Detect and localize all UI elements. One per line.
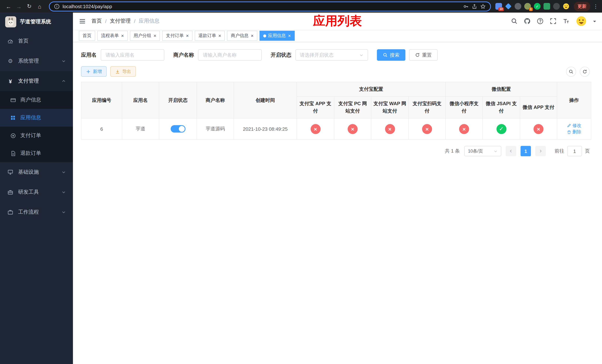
- sidebar-item-label: 首页: [18, 38, 29, 44]
- tab-refund-orders[interactable]: 退款订单 ×: [195, 31, 225, 41]
- sidebar-item-payment[interactable]: ¥ 支付管理: [0, 71, 73, 91]
- extension-book-icon[interactable]: [544, 3, 550, 10]
- sidebar-fold-icon[interactable]: [79, 18, 86, 25]
- chevron-down-icon: [494, 149, 498, 153]
- tab-close-icon[interactable]: ×: [121, 33, 124, 38]
- tab-close-icon[interactable]: ×: [186, 33, 189, 38]
- tab-close-icon[interactable]: ×: [251, 33, 254, 38]
- tab-close-icon[interactable]: ×: [288, 33, 291, 38]
- edit-link[interactable]: 修改: [567, 123, 581, 129]
- breadcrumb-current: 应用信息: [139, 18, 160, 24]
- page-size-select[interactable]: 10条/页: [464, 146, 501, 156]
- home-button[interactable]: ⌂: [35, 1, 44, 11]
- sidebar-item-infrastructure[interactable]: 基础设施: [0, 162, 73, 182]
- fullscreen-icon[interactable]: [550, 18, 557, 24]
- search-button[interactable]: 搜索: [377, 49, 405, 61]
- reload-button[interactable]: ↻: [24, 1, 34, 11]
- sidebar-item-refund-orders[interactable]: 退款订单: [0, 144, 73, 162]
- bookmark-star-icon[interactable]: [480, 3, 486, 9]
- extension-puzzle-icon[interactable]: [553, 3, 560, 10]
- tab-merchant-info[interactable]: 商户信息 ×: [227, 31, 257, 41]
- breadcrumb-payment[interactable]: 支付管理: [110, 18, 131, 24]
- search-icon[interactable]: [511, 18, 517, 24]
- extension-check-icon[interactable]: ✓: [534, 3, 540, 10]
- next-page-button[interactable]: [535, 146, 546, 156]
- app-table: 应用编号 应用名 开启状态 商户名称 创建时间 支付宝配置 微信配置 操作 支付…: [81, 82, 591, 140]
- col-header-created: 创建时间: [234, 82, 297, 118]
- plus-icon: [86, 69, 91, 74]
- app-name-input[interactable]: [101, 49, 164, 61]
- browser-menu-icon[interactable]: ⋮: [593, 3, 598, 9]
- sub-header-alipay-wap: 支付宝 WAP 网站支付: [371, 96, 408, 118]
- page-number-button[interactable]: 1: [521, 146, 531, 156]
- active-tab-dot: [263, 34, 266, 37]
- tab-close-icon[interactable]: ×: [153, 33, 156, 38]
- sub-header-alipay-app: 支付宝 APP 支付: [297, 96, 334, 118]
- extension-blocks-icon[interactable]: 10: [495, 3, 502, 10]
- sidebar-item-home[interactable]: 首页: [0, 31, 73, 51]
- tab-label: 支付订单: [166, 32, 184, 39]
- extension-avatar-icon[interactable]: 1: [524, 3, 531, 10]
- reset-button[interactable]: 重置: [409, 49, 438, 61]
- toolbox-icon: [7, 189, 14, 195]
- url-text[interactable]: localhost:1024/pay/app: [63, 3, 112, 9]
- help-icon[interactable]: [537, 18, 544, 24]
- logo-avatar: [5, 16, 16, 27]
- avatar-caret-icon[interactable]: [593, 21, 596, 23]
- address-bar[interactable]: localhost:1024/pay/app: [49, 1, 491, 11]
- extension-globe-icon[interactable]: [515, 3, 521, 10]
- sidebar-item-dev-tools[interactable]: 研发工具: [0, 182, 73, 202]
- breadcrumb-home[interactable]: 首页: [91, 18, 102, 24]
- site-info-icon[interactable]: [54, 3, 60, 9]
- filter-bar: 应用名 商户名称 开启状态 请选择开启状态 搜索: [73, 42, 602, 61]
- sidebar-item-app-info[interactable]: 应用信息: [0, 109, 73, 127]
- sidebar-item-label: 工作流程: [18, 209, 39, 215]
- breadcrumb: 首页 / 支付管理 / 应用信息: [91, 18, 160, 24]
- status-select[interactable]: 请选择开启状态: [295, 49, 368, 61]
- channel-status-icon: ×: [311, 124, 321, 134]
- sidebar-item-merchant-info[interactable]: 商户信息: [0, 91, 73, 109]
- password-key-icon[interactable]: [463, 3, 469, 9]
- infrastructure-icon: [7, 169, 14, 175]
- annotation-title: 应用列表: [313, 13, 362, 30]
- font-size-icon[interactable]: [563, 18, 570, 24]
- user-avatar[interactable]: [576, 16, 587, 27]
- tab-process-form[interactable]: 流程表单 ×: [97, 31, 128, 41]
- goto-page-input[interactable]: [567, 146, 582, 156]
- tab-home[interactable]: 首页: [79, 31, 95, 41]
- chrome-update-button[interactable]: 更新: [574, 2, 590, 11]
- extension-diamond-icon[interactable]: [505, 3, 512, 10]
- search-icon: [569, 69, 573, 74]
- prev-page-button[interactable]: [506, 146, 516, 156]
- refresh-table-button[interactable]: [580, 66, 590, 76]
- tab-app-info[interactable]: 应用信息 ×: [259, 31, 294, 41]
- merchant-name-label: 商户名称: [173, 52, 194, 58]
- toggle-search-button[interactable]: [566, 66, 576, 76]
- share-icon[interactable]: [472, 3, 477, 9]
- disc-icon: [10, 133, 16, 139]
- sidebar-item-label: 基础设施: [18, 169, 39, 175]
- tab-pay-orders[interactable]: 支付订单 ×: [162, 31, 192, 41]
- goto-label: 前往: [555, 148, 564, 155]
- export-button[interactable]: 导出: [110, 66, 136, 77]
- sidebar-item-pay-orders[interactable]: 支付订单: [0, 127, 73, 144]
- pagination: 共 1 条 10条/页 1 前往 页: [73, 140, 602, 156]
- tab-bar: 首页 流程表单 × 用户分组 × 支付订单 × 退款订单 ×: [73, 30, 602, 42]
- tab-close-icon[interactable]: ×: [218, 33, 221, 38]
- back-button[interactable]: ←: [4, 1, 13, 11]
- chevron-down-icon: [62, 170, 66, 174]
- extension-emoji-icon[interactable]: [563, 3, 570, 10]
- github-icon[interactable]: [524, 18, 531, 24]
- tab-user-group[interactable]: 用户分组 ×: [130, 31, 160, 41]
- merchant-name-input[interactable]: [198, 49, 262, 61]
- extensions-area: 10 1 ✓: [495, 3, 570, 10]
- forward-button[interactable]: →: [14, 1, 24, 11]
- delete-link[interactable]: 删除: [567, 129, 581, 135]
- enable-toggle[interactable]: [171, 125, 185, 133]
- add-button[interactable]: 新增: [81, 66, 107, 77]
- sidebar-item-workflow[interactable]: 工作流程: [0, 202, 73, 222]
- sidebar-item-system[interactable]: ⚙ 系统管理: [0, 51, 73, 71]
- breadcrumb-separator: /: [134, 18, 136, 24]
- grid-icon: [10, 115, 16, 121]
- col-header-status: 开启状态: [159, 82, 197, 118]
